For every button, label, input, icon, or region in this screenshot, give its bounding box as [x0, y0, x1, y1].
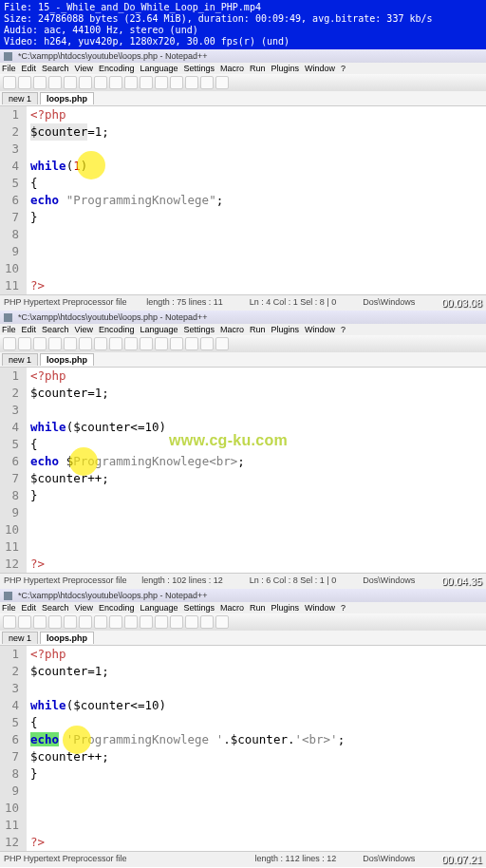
menu-encoding[interactable]: Encoding	[99, 325, 135, 334]
toolbar-button[interactable]	[94, 615, 107, 629]
tab-loops[interactable]: loops.php	[40, 92, 94, 104]
menu-macro[interactable]: Macro	[220, 603, 244, 613]
menu-run[interactable]: Run	[250, 325, 266, 334]
tab-bar[interactable]: new 1 loops.php	[0, 631, 486, 646]
menu-encoding[interactable]: Encoding	[99, 64, 135, 73]
menu-settings[interactable]: Settings	[184, 64, 215, 73]
tab-loops[interactable]: loops.php	[40, 632, 94, 644]
toolbar-button[interactable]	[140, 337, 153, 350]
toolbar-button[interactable]	[64, 76, 77, 89]
code-content[interactable]: <?php $counter=1; while($counter<=10) { …	[27, 646, 486, 851]
code-content[interactable]: www.cg-ku.com<?php $counter=1; while($co…	[27, 368, 486, 573]
toolbar-button[interactable]	[3, 76, 16, 89]
menu-macro[interactable]: Macro	[220, 325, 244, 334]
toolbar-button[interactable]	[33, 615, 47, 629]
toolbar-button[interactable]	[79, 615, 92, 629]
toolbar-button[interactable]	[48, 76, 62, 89]
toolbar-button[interactable]	[185, 337, 198, 350]
toolbar-button[interactable]	[94, 76, 107, 89]
code-editor[interactable]: 123456789101112 <?php $counter=1; while(…	[0, 646, 486, 851]
toolbar-button[interactable]	[170, 615, 183, 629]
menu-edit[interactable]: Edit	[22, 325, 37, 334]
toolbar[interactable]	[0, 613, 486, 631]
menu-window[interactable]: Window	[305, 325, 335, 334]
tab-new1[interactable]: new 1	[2, 632, 38, 644]
menu-help[interactable]: ?	[341, 603, 346, 613]
menu-search[interactable]: Search	[42, 325, 69, 334]
menu-file[interactable]: File	[2, 603, 16, 613]
menu-view[interactable]: View	[75, 325, 93, 334]
menu-settings[interactable]: Settings	[184, 325, 215, 334]
tab-new1[interactable]: new 1	[2, 353, 38, 366]
toolbar-button[interactable]	[33, 76, 47, 89]
tab-new1[interactable]: new 1	[2, 92, 38, 104]
menu-edit[interactable]: Edit	[22, 603, 37, 613]
toolbar-button[interactable]	[215, 337, 229, 350]
toolbar-button[interactable]	[109, 337, 122, 350]
menu-view[interactable]: View	[75, 603, 93, 613]
toolbar-button[interactable]	[79, 76, 92, 89]
menu-macro[interactable]: Macro	[220, 64, 244, 73]
toolbar-button[interactable]	[3, 337, 16, 350]
toolbar-button[interactable]	[94, 337, 107, 350]
tab-loops[interactable]: loops.php	[40, 353, 94, 366]
menu-edit[interactable]: Edit	[22, 64, 37, 73]
toolbar-button[interactable]	[170, 337, 183, 350]
menu-bar[interactable]: FileEditSearchViewEncodingLanguageSettin…	[0, 602, 486, 613]
window-titlebar[interactable]: *C:\xampp\htdocs\youtube\loops.php - Not…	[0, 49, 486, 63]
menu-search[interactable]: Search	[42, 603, 69, 613]
menu-plugins[interactable]: Plugins	[271, 325, 300, 334]
toolbar-button[interactable]	[3, 615, 16, 629]
toolbar-button[interactable]	[18, 76, 31, 89]
toolbar-button[interactable]	[185, 76, 198, 89]
code-content[interactable]: <?php $counter=1; while(1) { echo "Progr…	[27, 106, 486, 294]
window-titlebar[interactable]: *C:\xampp\htdocs\youtube\loops.php - Not…	[0, 311, 486, 324]
menu-file[interactable]: File	[2, 325, 16, 334]
menu-window[interactable]: Window	[305, 603, 335, 613]
toolbar-button[interactable]	[64, 615, 77, 629]
menu-view[interactable]: View	[75, 64, 93, 73]
toolbar-button[interactable]	[48, 615, 62, 629]
code-editor[interactable]: 1234567891011 <?php $counter=1; while(1)…	[0, 106, 486, 294]
toolbar-button[interactable]	[215, 615, 229, 629]
toolbar[interactable]	[0, 74, 486, 91]
menu-language[interactable]: Language	[140, 64, 178, 73]
toolbar-button[interactable]	[170, 76, 183, 89]
menu-language[interactable]: Language	[140, 325, 178, 334]
toolbar-button[interactable]	[18, 615, 31, 629]
code-editor[interactable]: 123456789101112 www.cg-ku.com<?php $coun…	[0, 368, 486, 573]
toolbar-button[interactable]	[64, 337, 77, 350]
menu-bar[interactable]: FileEditSearchViewEncodingLanguageSettin…	[0, 324, 486, 335]
menu-run[interactable]: Run	[250, 603, 266, 613]
menu-search[interactable]: Search	[42, 64, 69, 73]
toolbar-button[interactable]	[155, 337, 168, 350]
toolbar-button[interactable]	[124, 337, 138, 350]
menu-help[interactable]: ?	[341, 64, 346, 73]
toolbar-button[interactable]	[124, 615, 138, 629]
menu-bar[interactable]: FileEditSearchViewEncodingLanguageSettin…	[0, 63, 486, 74]
toolbar-button[interactable]	[18, 337, 31, 350]
toolbar-button[interactable]	[155, 76, 168, 89]
toolbar-button[interactable]	[215, 76, 229, 89]
menu-language[interactable]: Language	[140, 603, 178, 613]
toolbar-button[interactable]	[33, 337, 47, 350]
toolbar-button[interactable]	[185, 615, 198, 629]
toolbar-button[interactable]	[140, 615, 153, 629]
menu-plugins[interactable]: Plugins	[271, 64, 300, 73]
tab-bar[interactable]: new 1 loops.php	[0, 352, 486, 368]
menu-help[interactable]: ?	[341, 325, 346, 334]
menu-plugins[interactable]: Plugins	[271, 603, 300, 613]
toolbar-button[interactable]	[124, 76, 138, 89]
menu-settings[interactable]: Settings	[184, 603, 215, 613]
menu-file[interactable]: File	[2, 64, 16, 73]
window-titlebar[interactable]: *C:\xampp\htdocs\youtube\loops.php - Not…	[0, 589, 486, 602]
toolbar-button[interactable]	[79, 337, 92, 350]
menu-run[interactable]: Run	[250, 64, 266, 73]
toolbar-button[interactable]	[48, 337, 62, 350]
menu-window[interactable]: Window	[305, 64, 335, 73]
toolbar-button[interactable]	[200, 337, 214, 350]
toolbar-button[interactable]	[155, 615, 168, 629]
toolbar-button[interactable]	[200, 615, 214, 629]
toolbar-button[interactable]	[109, 615, 122, 629]
toolbar[interactable]	[0, 335, 486, 352]
